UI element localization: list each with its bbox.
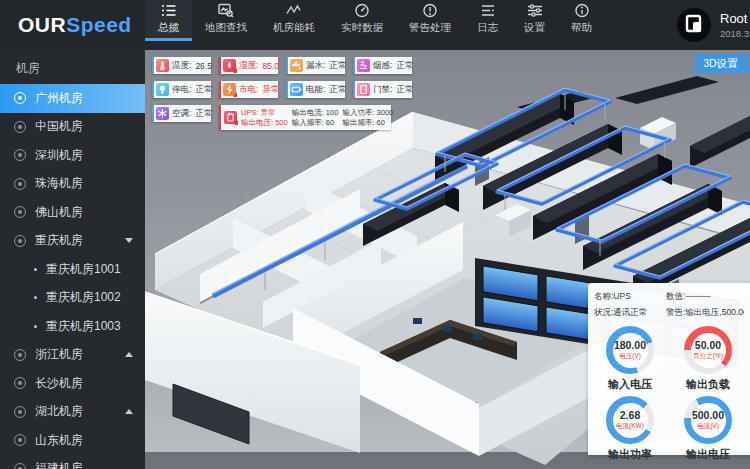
tab-overview[interactable]: 总揽 xyxy=(145,0,192,41)
sidebar-header: 机房 xyxy=(0,50,145,84)
sidebar-item-fujian[interactable]: 福建机房 xyxy=(0,455,145,469)
sidebar-subitem-chongqing-1003[interactable]: 重庆机房1003 xyxy=(0,312,145,341)
tab-logs[interactable]: 日志 xyxy=(464,0,511,41)
warning-icon xyxy=(233,68,237,73)
logo-text-speed: Speed xyxy=(66,13,132,36)
input-voltage-gauge: 180.00电压(V) xyxy=(606,326,654,374)
status-badge-battery[interactable]: 电能:正常 xyxy=(286,81,345,98)
overview-list-icon xyxy=(161,3,177,18)
mains-power-lightning-icon xyxy=(223,83,236,96)
tab-map-search[interactable]: 地图查找 xyxy=(192,0,260,41)
energy-usage-icon xyxy=(286,3,302,18)
room-sidebar: 机房 广州机房 中国机房 深圳机房 珠海机房 佛山机房 重庆机房 重庆机房100… xyxy=(0,50,145,469)
tab-help[interactable]: 帮助 xyxy=(558,0,605,41)
gauge-cell: 2.68电流(KW) 输出功率 xyxy=(594,396,666,462)
map-search-icon xyxy=(218,3,234,18)
help-icon xyxy=(574,3,590,18)
room-bullseye-icon xyxy=(14,121,26,133)
datetime-text: 2018.3.15 12: xyxy=(720,28,750,39)
alert-icon xyxy=(422,3,438,18)
realtime-gauge-icon xyxy=(354,3,370,18)
status-badge-temperature[interactable]: 温度:26.5 xyxy=(152,57,211,74)
output-voltage-gauge: 500.00电流(V) xyxy=(684,396,732,444)
sidebar-subitem-chongqing-1001[interactable]: 重庆机房1001 xyxy=(0,255,145,284)
gauge-readout: 2.68电流(KW) xyxy=(606,396,654,444)
ups-alarm-column: UPS: 异常 输出电压: 500 xyxy=(241,108,288,128)
tab-label: 帮助 xyxy=(571,21,592,35)
gauge-name: 输入电压 xyxy=(608,377,652,392)
detail-value: 数值:——— xyxy=(666,291,744,303)
thermometer-icon xyxy=(156,59,169,72)
sidebar-item-zhejiang[interactable]: 浙江机房 xyxy=(0,341,145,370)
output-load-gauge: 50.00百分之(%) xyxy=(684,326,732,374)
status-badge-air-conditioner[interactable]: 空调:正常 xyxy=(152,105,211,122)
settings-sliders-icon xyxy=(527,3,543,18)
room-bullseye-icon xyxy=(14,406,26,418)
logs-icon xyxy=(480,3,496,18)
sidebar-item-shenzhen[interactable]: 深圳机房 xyxy=(0,141,145,170)
sidebar-item-changsha[interactable]: 长沙机房 xyxy=(0,369,145,398)
room-bullseye-icon xyxy=(14,92,26,104)
tab-settings[interactable]: 设置 xyxy=(511,0,558,41)
tab-energy-usage[interactable]: 机房能耗 xyxy=(260,0,328,41)
warning-icon xyxy=(234,120,238,125)
ups-input-frequency: 输入频率: 60 xyxy=(292,118,339,128)
tab-label: 总揽 xyxy=(158,21,179,35)
app-logo: OURSpeed xyxy=(18,0,132,50)
tab-label: 实时数据 xyxy=(341,21,383,35)
water-leak-icon xyxy=(290,59,303,72)
bullet-icon xyxy=(34,325,37,328)
output-power-gauge: 2.68电流(KW) xyxy=(606,396,654,444)
sidebar-subitem-chongqing-1002[interactable]: 重庆机房1002 xyxy=(0,284,145,313)
status-badge-humidity[interactable]: 湿度:85.0 xyxy=(219,57,278,74)
door-access-icon xyxy=(357,83,370,96)
ups-status-panel[interactable]: UPS: 异常 输出电压: 500 输出电流: 100 输入频率: 60 输入功… xyxy=(219,105,391,130)
status-badge-water-leak[interactable]: 漏水:正常 xyxy=(286,57,345,74)
main-nav: 总揽 地图查找 机房能耗 实时数据 警告处理 xyxy=(145,0,605,41)
gauge-readout: 500.00电流(V) xyxy=(684,396,732,444)
3d-settings-button[interactable]: 3D设置 xyxy=(695,54,746,73)
ups-output-frequency: 输出频率: 60 xyxy=(342,118,393,128)
warning-icon xyxy=(233,92,237,97)
status-badge-power-outage[interactable]: 停电:正常 xyxy=(152,81,211,98)
top-bar: OURSpeed 总揽 地图查找 机房能耗 实时数据 xyxy=(0,0,750,50)
bullet-icon xyxy=(34,296,37,299)
sidebar-item-hubei[interactable]: 湖北机房 xyxy=(0,398,145,427)
sidebar-item-shandong[interactable]: 山东机房 xyxy=(0,426,145,455)
sidebar-item-zhuhai[interactable]: 珠海机房 xyxy=(0,170,145,199)
tab-realtime-data[interactable]: 实时数据 xyxy=(328,0,396,41)
gauge-cell: 180.00电压(V) 输入电压 xyxy=(594,326,666,392)
air-conditioner-icon xyxy=(156,107,169,120)
datacenter-3d-viewport[interactable]: 温度:26.5 湿度:85.0 漏水:正常 烟感:正常 停电:正常 市电:异常 … xyxy=(145,50,750,469)
detail-status: 状况:通讯正常 xyxy=(594,307,664,319)
user-account[interactable]: Root Man 2018.3.15 12: xyxy=(676,7,750,43)
ups-metrics-column: 输入功率: 3000 输出频率: 60 xyxy=(342,108,393,128)
gauge-name: 输出功率 xyxy=(608,447,652,462)
gauge-name: 输出负载 xyxy=(686,377,730,392)
tab-alerts[interactable]: 警告处理 xyxy=(396,0,464,41)
smoke-sensor-icon xyxy=(357,59,370,72)
logo-text-our: OUR xyxy=(18,13,66,36)
ups-detail-panel: 名称:UPS 数值:——— 状况:通讯正常 警告:输出电压,500.00,20 … xyxy=(588,283,750,455)
ups-title: UPS: 异常 xyxy=(241,108,288,118)
ups-icon xyxy=(224,111,237,124)
ups-detail-rows: 名称:UPS 数值:——— 状况:通讯正常 警告:输出电压,500.00,20 xyxy=(594,291,744,319)
tab-label: 警告处理 xyxy=(409,21,451,35)
ups-input-power: 输入功率: 3000 xyxy=(342,108,393,118)
sidebar-item-foshan[interactable]: 佛山机房 xyxy=(0,198,145,227)
sidebar-item-zhongguo[interactable]: 中国机房 xyxy=(0,113,145,142)
tab-label: 日志 xyxy=(477,21,498,35)
ups-gauges: 180.00电压(V) 输入电压 50.00百分之(%) 输出负载 2.68电流… xyxy=(594,326,744,462)
sidebar-item-guangzhou[interactable]: 广州机房 xyxy=(0,84,145,113)
power-outage-bulb-icon xyxy=(156,83,169,96)
status-badge-mains-power[interactable]: 市电:异常 xyxy=(219,81,278,98)
bullet-icon xyxy=(34,268,37,271)
gauge-cell: 50.00百分之(%) 输出负载 xyxy=(672,326,744,392)
user-name: Root Man xyxy=(720,11,750,26)
status-badge-smoke[interactable]: 烟感:正常 xyxy=(353,57,412,74)
sidebar-item-chongqing[interactable]: 重庆机房 xyxy=(0,227,145,256)
tab-label: 设置 xyxy=(524,21,545,35)
room-bullseye-icon xyxy=(14,206,26,218)
ups-output-voltage: 输出电压: 500 xyxy=(241,118,288,128)
status-badge-door-access[interactable]: 门禁:正常 xyxy=(353,81,412,98)
